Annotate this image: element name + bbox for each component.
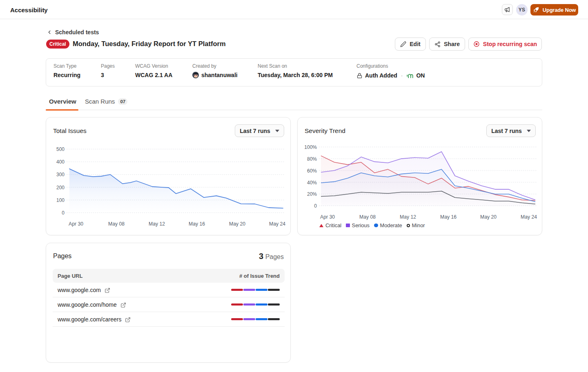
svg-text:0: 0 xyxy=(62,210,65,216)
svg-text:80%: 80% xyxy=(307,156,317,162)
svg-text:Apr 30: Apr 30 xyxy=(320,214,335,220)
svg-text:Apr 30: Apr 30 xyxy=(69,221,83,227)
svg-text:May 08: May 08 xyxy=(359,214,376,220)
svg-text:400: 400 xyxy=(56,159,65,165)
svg-text:20%: 20% xyxy=(307,191,317,197)
svg-text:May 12: May 12 xyxy=(149,221,165,227)
svg-text:500: 500 xyxy=(56,146,65,152)
svg-text:200: 200 xyxy=(56,185,65,190)
svg-text:60%: 60% xyxy=(307,168,317,174)
svg-text:May 24: May 24 xyxy=(521,214,537,220)
svg-text:May 16: May 16 xyxy=(189,221,205,227)
svg-text:0: 0 xyxy=(314,203,317,209)
svg-text:100: 100 xyxy=(56,197,65,203)
svg-text:300: 300 xyxy=(56,172,65,177)
svg-text:May 16: May 16 xyxy=(440,214,457,220)
svg-text:100%: 100% xyxy=(304,144,317,150)
svg-text:May 24: May 24 xyxy=(269,221,285,227)
svg-text:May 08: May 08 xyxy=(108,221,125,227)
svg-text:May 20: May 20 xyxy=(229,221,245,227)
svg-text:May 20: May 20 xyxy=(480,214,497,220)
svg-text:40%: 40% xyxy=(307,180,317,186)
svg-text:May 12: May 12 xyxy=(400,214,416,220)
